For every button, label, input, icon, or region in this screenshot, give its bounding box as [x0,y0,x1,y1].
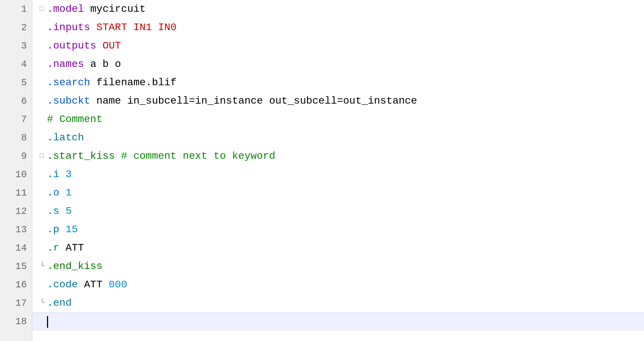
line-numbers-gutter: 123456789101112131415161718 [0,0,32,341]
line-number: 5 [0,73,32,92]
code-line: □.model mycircuit [32,0,644,18]
fold-icon [40,133,47,143]
token: # comment next to keyword [121,148,275,164]
code-line: □.start_kiss # comment next to keyword [32,147,644,165]
line-number: 15 [0,257,32,276]
line-number: 3 [0,37,32,55]
token: .inputs [47,19,90,35]
token [90,19,97,35]
token [59,203,66,219]
line-number: 11 [0,184,32,202]
line-number: 10 [0,165,32,184]
token: .r [47,240,59,256]
line-number: 13 [0,220,32,239]
token: .search [47,75,90,90]
token: a b o [84,56,121,72]
token: 3 [65,166,72,182]
token: .s [47,203,59,219]
code-line: .names a b o [32,55,644,73]
fold-icon [40,78,47,88]
cursor [47,316,48,328]
token: filename.blif [90,75,177,90]
fold-icon [40,243,47,253]
token: .names [47,56,84,72]
code-line: .search filename.blif [32,73,644,92]
token [96,38,102,54]
token: 000 [109,277,127,292]
token: ATT [78,277,109,292]
line-number: 1 [0,0,32,18]
fold-icon: └ [40,260,47,273]
fold-icon: □ [40,151,47,161]
token: .model [47,1,84,17]
fold-icon [40,96,47,106]
code-line [32,312,644,331]
line-number: 12 [0,202,32,220]
token: 1 [65,185,72,201]
fold-icon [40,206,47,216]
code-line: # Comment [32,110,644,129]
token: ATT [59,240,84,256]
token: .latch [47,130,84,146]
line-number: 7 [0,110,32,129]
token: .end_kiss [47,258,102,274]
fold-icon [40,188,47,198]
fold-icon [40,114,47,125]
token: 15 [65,222,78,237]
token: .p [47,222,59,237]
code-line: .s 5 [32,202,644,220]
token: .i [47,166,59,182]
token: START IN1 IN0 [96,19,176,35]
editor-container: 123456789101112131415161718 □.model myci… [0,0,644,341]
line-number: 2 [0,18,32,37]
token: .outputs [47,38,96,54]
fold-icon: □ [40,4,47,14]
code-line: .p 15 [32,220,644,239]
line-number: 6 [0,92,32,110]
line-number: 8 [0,129,32,147]
code-line: └.end_kiss [32,257,644,276]
token: # Comment [47,111,102,127]
line-number: 4 [0,55,32,73]
token: name in_subcell=in_instance out_subcell=… [90,93,417,109]
token: .o [47,185,59,201]
token: OUT [102,38,121,54]
code-line: .subckt name in_subcell=in_instance out_… [32,92,644,110]
fold-icon [40,280,47,290]
line-number: 9 [0,147,32,165]
code-line: .outputs OUT [32,37,644,55]
code-line: .r ATT [32,239,644,257]
code-line: .inputs START IN1 IN0 [32,18,644,37]
token: .end [47,295,72,311]
token [59,222,66,237]
code-line: .code ATT 000 [32,276,644,294]
fold-icon: └ [40,297,47,309]
token [59,185,66,201]
line-number: 14 [0,239,32,257]
fold-icon [40,41,47,51]
token: .start_kiss [47,148,115,164]
token: .subckt [47,93,90,109]
fold-icon [40,59,47,69]
code-line: └.end [32,294,644,312]
token: .code [47,277,78,292]
code-line: .o 1 [32,184,644,202]
fold-icon [40,225,47,235]
code-area[interactable]: □.model mycircuit .inputs START IN1 IN0 … [32,0,644,341]
token [115,148,121,164]
code-line: .latch [32,129,644,147]
line-number: 16 [0,276,32,294]
token: mycircuit [84,1,146,17]
line-number: 17 [0,294,32,312]
token: 5 [65,203,72,219]
code-line: .i 3 [32,165,644,184]
fold-icon [40,317,47,327]
token [59,166,66,182]
line-number: 18 [0,312,32,331]
fold-icon [40,169,47,180]
fold-icon [40,22,47,33]
